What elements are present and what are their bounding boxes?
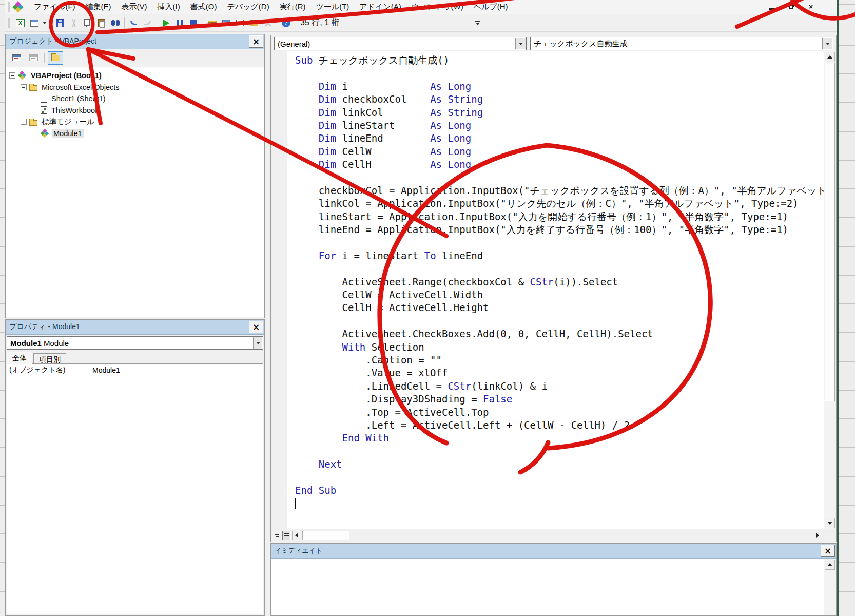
chevron-down-icon[interactable] xyxy=(822,38,832,49)
code-line: With Selection xyxy=(295,341,824,354)
copy-button[interactable] xyxy=(81,16,94,30)
menu-item-7[interactable]: 実行(R) xyxy=(275,0,311,14)
collapse-icon[interactable] xyxy=(21,84,27,90)
code-line: Dim i As Long xyxy=(295,80,824,93)
code-horizontal-scrollbar[interactable] xyxy=(271,529,835,541)
code-line: For i = lineStart To lineEnd xyxy=(295,249,824,262)
save-button[interactable] xyxy=(53,16,67,30)
project-tree: VBAProject (Book1)Microsoft Excel Object… xyxy=(6,67,264,317)
close-button[interactable]: × xyxy=(805,2,817,11)
break-button[interactable] xyxy=(173,16,187,30)
properties-panel-close-icon[interactable]: × xyxy=(249,321,263,333)
menu-item-5[interactable]: 書式(O) xyxy=(185,0,222,14)
menu-item-6[interactable]: デバッグ(D) xyxy=(222,0,274,14)
design-mode-button[interactable] xyxy=(205,16,219,30)
code-line: .Top = ActiveCell.Top xyxy=(295,406,824,419)
chevron-down-icon[interactable] xyxy=(253,337,262,349)
tree-item-vbaproject-book1[interactable]: VBAProject (Book1) xyxy=(9,70,264,82)
properties-window-button[interactable] xyxy=(233,16,247,30)
project-explorer-panel: プロジェクト - VBAProject × VBAProject (Book1)… xyxy=(5,34,265,318)
procedure-dropdown-value: チェックボックス自動生成 xyxy=(534,39,628,49)
toolbar-separator xyxy=(203,17,203,29)
toolbar-separator xyxy=(277,17,277,29)
menu-item-10[interactable]: ウィンドウ(W) xyxy=(406,0,469,14)
immediate-panel-titlebar[interactable]: イミディエイト × xyxy=(271,544,836,559)
menu-item-2[interactable]: 編集(E) xyxy=(81,0,116,14)
procedure-dropdown[interactable]: チェックボックス自動生成 xyxy=(530,37,833,50)
undo-button[interactable] xyxy=(127,16,141,30)
tree-item-microsoft-excel-objects[interactable]: Microsoft Excel Objects xyxy=(9,82,264,93)
code-line: checkboxCol = Application.InputBox("チェック… xyxy=(295,184,824,197)
cluster-icon xyxy=(18,71,27,80)
object-dropdown[interactable]: (General) xyxy=(274,37,527,50)
full-module-view-button[interactable] xyxy=(282,531,291,540)
excel-worksheet-background-right xyxy=(837,0,855,616)
immediate-panel-close-icon[interactable]: × xyxy=(821,545,835,557)
code-margin-indicator-bar xyxy=(271,51,287,529)
minimize-button[interactable] xyxy=(766,2,778,11)
object-browser-button[interactable] xyxy=(247,16,261,30)
menu-item-9[interactable]: アドイン(A) xyxy=(354,0,406,14)
tree-item-[interactable]: 標準モジュール xyxy=(9,116,264,128)
scroll-up-button[interactable] xyxy=(825,52,835,62)
reset-button[interactable] xyxy=(187,16,201,30)
immediate-vertical-scrollbar[interactable] xyxy=(824,559,835,615)
property-name: (オブジェクト名) xyxy=(7,364,89,376)
toolbar-options-button[interactable] xyxy=(473,16,482,29)
toolbar-grip[interactable] xyxy=(8,18,10,28)
view-object-button[interactable] xyxy=(27,16,41,30)
object-browser-icon xyxy=(250,20,258,26)
project-explorer-button[interactable] xyxy=(219,16,233,30)
menu-item-1[interactable]: ファイル(F) xyxy=(29,0,81,14)
view-code-button[interactable] xyxy=(9,51,24,65)
properties-panel-titlebar[interactable]: プロパティ - Module1 × xyxy=(6,320,264,335)
run-button[interactable] xyxy=(159,16,173,30)
scroll-left-button[interactable] xyxy=(292,531,301,540)
scroll-down-button[interactable] xyxy=(825,518,835,528)
chevron-down-icon[interactable] xyxy=(515,38,526,49)
tab-categorized[interactable]: 項目別 xyxy=(33,353,66,364)
copy-icon xyxy=(84,19,90,26)
menu-item-3[interactable]: 表示(V) xyxy=(116,0,152,14)
tree-item-thisworkbook[interactable]: ThisWorkbook xyxy=(9,105,264,117)
scrollbar-thumb[interactable] xyxy=(825,63,835,401)
project-panel-titlebar[interactable]: プロジェクト - VBAProject × xyxy=(6,34,264,49)
tree-item-module1[interactable]: Module1 xyxy=(9,128,264,140)
excel-button[interactable] xyxy=(13,16,27,30)
menu-item-8[interactable]: ツール(T) xyxy=(310,0,354,14)
menu-item-11[interactable]: ヘルプ(H) xyxy=(469,0,513,14)
tab-alphabetic[interactable]: 全体 xyxy=(7,352,32,364)
tree-item-label: Microsoft Excel Objects xyxy=(40,83,121,91)
find-button[interactable] xyxy=(108,16,122,30)
collapse-icon[interactable] xyxy=(21,119,27,125)
immediate-window-content[interactable] xyxy=(271,559,835,615)
properties-window-icon xyxy=(236,20,244,26)
restore-button[interactable] xyxy=(786,2,797,11)
project-panel-close-icon[interactable]: × xyxy=(249,35,263,48)
code-line xyxy=(295,262,824,275)
procedure-view-button[interactable] xyxy=(273,531,281,540)
help-button[interactable] xyxy=(279,16,293,30)
paste-button[interactable] xyxy=(94,16,108,30)
cut-icon xyxy=(70,19,78,27)
tree-item-sheet1-sheet1[interactable]: Sheet1 (Sheet1) xyxy=(9,93,264,105)
toggle-folders-button[interactable] xyxy=(48,51,63,65)
code-line: Dim CellH As Long xyxy=(295,158,824,171)
property-row[interactable]: (オブジェクト名) Module1 xyxy=(7,364,263,376)
view-object-button[interactable] xyxy=(26,51,41,65)
scrollbar-thumb[interactable] xyxy=(302,531,349,540)
code-line: linkCol = Application.InputBox("リンク先のセル（… xyxy=(295,197,824,210)
menu-item-4[interactable]: 挿入(I) xyxy=(152,0,185,14)
code-text[interactable]: Sub チェックボックス自動生成() Dim i As Long Dim che… xyxy=(288,51,824,529)
object-selector-dropdown[interactable]: Module1 Module xyxy=(7,336,263,350)
scroll-up-button[interactable] xyxy=(825,560,835,570)
scroll-right-button[interactable] xyxy=(813,531,822,540)
code-vertical-scrollbar[interactable] xyxy=(824,51,835,529)
property-value: Module1 xyxy=(89,366,120,374)
tree-item-label: Module1 xyxy=(52,129,84,138)
code-editor[interactable]: Sub チェックボックス自動生成() Dim i As Long Dim che… xyxy=(271,51,835,529)
menubar-grip[interactable] xyxy=(8,2,10,12)
collapse-icon[interactable] xyxy=(9,72,15,79)
view-object-dropdown-arrow[interactable] xyxy=(41,16,48,30)
folder-icon xyxy=(29,85,37,91)
